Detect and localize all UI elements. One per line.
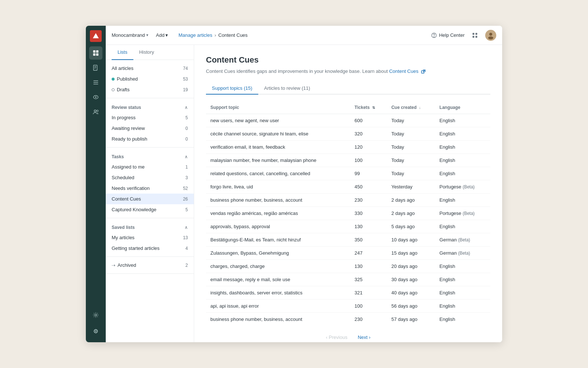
pagination: ‹ Previous Next › xyxy=(206,326,490,343)
content-cues-link[interactable]: Content Cues xyxy=(389,68,419,74)
sidebar-item-ready-to-publish[interactable]: Ready to publish 0 xyxy=(106,134,194,144)
nav-icon-zendesk[interactable] xyxy=(89,325,102,338)
saved-lists-header[interactable]: Saved lists ∧ xyxy=(106,221,194,232)
brand-name: Monocambrand xyxy=(112,32,145,38)
cell-tickets: 325 xyxy=(350,273,387,286)
table-row[interactable]: api, api issue, api error10056 days agoE… xyxy=(206,299,490,312)
cell-topic: insights, dashboards, server error, stat… xyxy=(206,286,350,299)
table-row[interactable]: business phone number, business, account… xyxy=(206,193,490,206)
tasks-header[interactable]: Tasks ∧ xyxy=(106,151,194,162)
nav-icon-eye[interactable] xyxy=(89,91,102,104)
tab-history[interactable]: History xyxy=(133,45,160,60)
sidebar-item-all-articles[interactable]: All articles 74 xyxy=(106,63,194,74)
cell-language: English xyxy=(435,259,490,273)
cell-tickets: 321 xyxy=(350,286,387,299)
in-progress-count: 5 xyxy=(185,115,188,120)
tab-articles-to-review[interactable]: Articles to review (11) xyxy=(258,82,316,95)
table-row[interactable]: forgo livre, livea, uid450YesterdayPortu… xyxy=(206,180,490,193)
cell-language: German (Beta) xyxy=(435,246,490,259)
sidebar-item-captured-knowledge[interactable]: Captured Knowledge 5 xyxy=(106,204,194,215)
previous-button[interactable]: ‹ Previous xyxy=(323,333,350,342)
cell-cue-created: Today xyxy=(387,140,435,153)
cell-cue-created: 15 days ago xyxy=(387,246,435,259)
svg-rect-21 xyxy=(476,33,477,35)
my-articles-label: My articles xyxy=(112,235,134,240)
cell-language: English xyxy=(435,140,490,153)
main-area: Monocambrand ▾ Add ▾ Manage articles › C… xyxy=(106,26,502,342)
sidebar-saved-section: Saved lists ∧ My articles 13 Getting sta… xyxy=(106,218,194,257)
table-row[interactable]: related questions, cancel, cancelling, c… xyxy=(206,167,490,180)
cell-topic: email message, reply e mail, sole use xyxy=(206,273,350,286)
sidebar-item-content-cues[interactable]: Content Cues 26 xyxy=(106,194,194,204)
col-cue-created[interactable]: Cue created ↓ xyxy=(387,102,435,114)
cell-tickets: 320 xyxy=(350,127,387,140)
tab-lists[interactable]: Lists xyxy=(112,45,133,60)
sidebar-item-published[interactable]: Published 53 xyxy=(106,74,194,84)
sidebar-item-scheduled[interactable]: Scheduled 3 xyxy=(106,172,194,183)
table-row[interactable]: approvals, bypass, approval1305 days ago… xyxy=(206,220,490,233)
cell-topic: business phone number, business, account xyxy=(206,312,350,326)
table-row[interactable]: verification email, it team, feedback120… xyxy=(206,140,490,153)
nav-icon-book[interactable] xyxy=(89,61,102,74)
svg-rect-1 xyxy=(93,50,95,53)
breadcrumb: Manage articles › Content Cues xyxy=(178,32,248,38)
table-row[interactable]: malaysian number, free number, malaysian… xyxy=(206,153,490,167)
table-row[interactable]: cécile channel source, signature hi team… xyxy=(206,127,490,140)
cell-language: German (Beta) xyxy=(435,233,490,246)
add-menu[interactable]: Add ▾ xyxy=(153,31,171,39)
table-row[interactable]: new users, new agent, new user600TodayEn… xyxy=(206,114,490,127)
review-status-title: Review status xyxy=(112,105,141,110)
all-articles-label: All articles xyxy=(112,66,133,71)
cell-language: English xyxy=(435,286,490,299)
cell-cue-created: 57 days ago xyxy=(387,312,435,326)
tab-support-topics[interactable]: Support topics (15) xyxy=(206,82,258,95)
help-center-button[interactable]: Help Center xyxy=(431,32,465,38)
awaiting-review-label: Awaiting review xyxy=(112,125,145,131)
table-row[interactable]: Bestätigungs-E-Mail, es Team, nicht hinz… xyxy=(206,233,490,246)
add-chevron: ▾ xyxy=(165,32,168,38)
cell-tickets: 100 xyxy=(350,299,387,312)
sidebar-item-archived[interactable]: ⇢ Archived 2 xyxy=(106,260,194,270)
sidebar-review-section: Review status ∧ In progress 5 Awaiting r… xyxy=(106,98,194,148)
table-row[interactable]: business phone number, business, account… xyxy=(206,312,490,326)
table-row[interactable]: vendas região américas, região américas3… xyxy=(206,206,490,220)
sidebar-item-drafts[interactable]: Drafts 19 xyxy=(106,84,194,95)
next-button[interactable]: Next › xyxy=(355,333,374,342)
sidebar-item-getting-started[interactable]: Getting started articles 4 xyxy=(106,243,194,254)
col-tickets[interactable]: Tickets ⇅ xyxy=(350,102,387,114)
content-cues-count: 26 xyxy=(183,197,188,202)
svg-point-24 xyxy=(489,33,492,36)
table-row[interactable]: insights, dashboards, server error, stat… xyxy=(206,286,490,299)
nav-icon-people[interactable] xyxy=(89,105,102,118)
apps-button[interactable] xyxy=(469,29,481,41)
sidebar-item-in-progress[interactable]: In progress 5 xyxy=(106,112,194,123)
review-status-header[interactable]: Review status ∧ xyxy=(106,101,194,112)
table-row[interactable]: Zulassungen, Bypass, Genehmigung24715 da… xyxy=(206,246,490,259)
cell-language: Portugese (Beta) xyxy=(435,206,490,220)
sidebar-item-awaiting-review[interactable]: Awaiting review 0 xyxy=(106,123,194,134)
sidebar-item-needs-verification[interactable]: Needs verification 52 xyxy=(106,183,194,194)
cell-cue-created: 2 days ago xyxy=(387,193,435,206)
user-avatar[interactable] xyxy=(485,30,496,41)
nav-icon-list[interactable] xyxy=(89,76,102,89)
table-row[interactable]: charges, charged, charge13020 days agoEn… xyxy=(206,259,490,273)
table-row[interactable]: email message, reply e mail, sole use325… xyxy=(206,273,490,286)
cue-created-sort-icon: ↓ xyxy=(419,106,421,110)
svg-point-19 xyxy=(434,36,434,37)
published-label: Published xyxy=(112,76,138,82)
cell-language: English xyxy=(435,127,490,140)
cell-language: English xyxy=(435,193,490,206)
sidebar-item-assigned-to-me[interactable]: Assigned to me 1 xyxy=(106,162,194,172)
content-cues-label: Content Cues xyxy=(112,196,141,202)
cell-topic: business phone number, business, account xyxy=(206,193,350,206)
breadcrumb-current: Content Cues xyxy=(218,32,248,38)
cell-cue-created: 30 days ago xyxy=(387,273,435,286)
app-logo[interactable] xyxy=(90,30,102,42)
sidebar-item-my-articles[interactable]: My articles 13 xyxy=(106,232,194,243)
brand-selector[interactable]: Monocambrand ▾ xyxy=(112,32,148,38)
nav-icon-grid[interactable] xyxy=(89,46,102,60)
breadcrumb-link[interactable]: Manage articles xyxy=(178,32,212,38)
cell-tickets: 130 xyxy=(350,259,387,273)
nav-icon-settings[interactable] xyxy=(89,308,102,322)
nav-rail xyxy=(86,26,106,342)
